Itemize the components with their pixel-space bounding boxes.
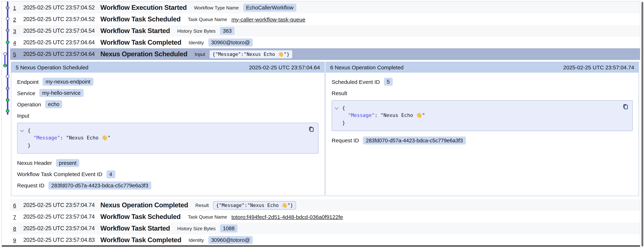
workflow-history-page: 1 2025-02-25 UTC 23:57:04.52 Workflow Ex… [0,0,644,248]
field-value-badge: 283fd070-d57a-4423-bdca-c5c779e6a3f3 [363,137,466,145]
event-id-link[interactable]: 6 [13,202,19,208]
event-row[interactable]: 7 2025-02-25 UTC 23:57:04.74 Workflow Ta… [10,211,640,223]
field-value-badge: 283fd070-d57a-4423-bdca-c5c779e6a3f3 [48,182,151,190]
event-row[interactable]: 2 2025-02-25 UTC 23:57:04.52 Workflow Ta… [10,13,640,25]
event-row-selected[interactable]: 5 2025-02-25 UTC 23:57:04.64 Nexus Opera… [10,48,640,60]
field-value-badge: 4 [106,170,115,178]
event-time: 2025-02-25 UTC 23:57:04.52 [23,4,96,11]
field-label: Request ID [332,137,359,144]
event-name: Workflow Task Scheduled [100,213,180,221]
event-name: Workflow Task Started [100,27,170,35]
json-line: } [20,141,314,149]
timeline-dot-event-5[interactable] [3,52,7,55]
field-value-badge: present [56,159,80,167]
event-attr-label: Identity [188,40,204,45]
event-name: Workflow Execution Started [100,4,187,12]
event-id-link[interactable]: 9 [13,237,19,243]
field-label: Endpoint [17,79,38,85]
event-attr-badge: 30960@totoro@ [208,38,253,46]
event-time: 2025-02-25 UTC 23:57:04.64 [23,51,96,57]
task-queue-link[interactable]: my-caller-workflow-task-queue [232,16,306,22]
event-row[interactable]: 8 2025-02-25 UTC 23:57:04.74 Workflow Ta… [10,223,640,234]
event-name: Workflow Task Completed [100,38,181,46]
event-time: 2025-02-25 UTC 23:57:04.64 [23,39,96,46]
event-name: Workflow Task Completed [100,236,181,244]
detail-card-scheduled: 5 Nexus Operation Scheduled 2025-02-25 U… [11,62,325,196]
event-time: 2025-02-25 UTC 23:57:04.74 [23,214,96,220]
field-value-badge: 5 [384,78,392,86]
event-row[interactable]: 4 2025-02-25 UTC 23:57:04.64 Workflow Ta… [10,37,640,48]
timeline-dot-event-10[interactable] [6,109,9,112]
event-attr-label: History Size Bytes [177,226,216,231]
event-id-link[interactable]: 3 [13,28,19,34]
detail-field: Request ID 283fd070-d57a-4423-bdca-c5c77… [332,137,633,145]
copy-icon [308,126,314,133]
timeline-dot-event-8[interactable] [6,87,9,90]
event-attr-label: Workflow Type Name [194,5,239,10]
detail-field: Operation echo [17,100,318,108]
detail-field: Nexus Header present [17,159,318,167]
vertical-scrollbar-thumb[interactable] [642,2,643,247]
event-row[interactable]: 9 2025-02-25 UTC 23:57:04.83 Workflow Ta… [10,234,640,246]
timeline-dot-event-3[interactable] [6,29,9,32]
input-json-viewer: { "Message": "Nexus Echo 👋" } [17,123,318,154]
json-value: "Nexus Echo 👋" [380,112,425,118]
detail-field: Scheduled Event ID 5 [332,78,633,86]
detail-field: Endpoint ID 3c0c75ccfa8144b092c13ce63246… [17,196,318,196]
timeline-dot-event-4[interactable] [6,41,9,44]
copy-button[interactable] [622,103,629,110]
table-bottom-border [2,246,644,246]
event-time: 2025-02-25 UTC 23:57:04.74 [23,202,96,209]
event-id-link[interactable]: 4 [13,39,19,45]
event-id-link[interactable]: 1 [13,4,19,11]
detail-card-timestamp: 2025-02-25 UTC 23:57:04.64 [249,64,320,70]
event-time: 2025-02-25 UTC 23:57:04.52 [23,16,96,22]
detail-field: Request ID 283fd070-d57a-4423-bdca-c5c77… [17,182,318,190]
event-row[interactable]: 6 2025-02-25 UTC 23:57:04.74 Nexus Opera… [10,199,640,211]
event-name: Workflow Task Started [100,224,170,232]
result-json-viewer: { "Message": "Nexus Echo 👋" } [332,100,633,131]
event-id-link[interactable]: 7 [13,214,19,220]
timeline-dot-event-7[interactable] [6,75,9,78]
timeline-dot-event-2[interactable] [6,17,9,20]
event-row[interactable]: 3 2025-02-25 UTC 23:57:04.54 Workflow Ta… [10,25,640,37]
event-attr-label: Task Queue Name [188,16,227,22]
field-value-badge: my-hello-service [39,89,84,97]
event-id-link[interactable]: 8 [13,225,19,232]
timeline-dot-event-6[interactable] [3,64,7,67]
event-id-link[interactable]: 5 [13,51,19,57]
event-name: Nexus Operation Completed [100,201,188,209]
table-top-border [2,1,640,1]
detail-card-timestamp: 2025-02-25 UTC 23:57:04.74 [563,64,634,70]
result-section-label: Result [332,89,633,97]
event-id-link[interactable]: 2 [13,16,19,22]
json-value: "Nexus Echo 👋" [66,135,110,141]
event-time: 2025-02-25 UTC 23:57:04.83 [23,237,96,243]
event-attr-json-badge: {"Message":"Nexus Echo 👋"} [213,201,296,209]
vertical-scrollbar-track [640,0,644,248]
field-label: Request ID [17,183,44,189]
timeline-dot-event-9[interactable] [6,98,9,101]
event-time: 2025-02-25 UTC 23:57:04.54 [23,27,96,34]
timeline-dot-event-1[interactable] [6,6,9,9]
field-value-badge: my-nexus-endpoint [42,78,93,86]
json-key: "Message" [348,112,374,118]
field-label: Service [17,90,35,96]
event-attr-label: Input [194,51,205,57]
copy-button[interactable] [308,126,314,133]
detail-card-title: 6 Nexus Operation Completed [330,64,404,70]
task-queue-link[interactable]: totoro:f494fecf-2d51-4d48-bdcd-036a0f912… [232,214,343,220]
event-attr-badge: 1088 [220,224,238,232]
detail-card-completed: 6 Nexus Operation Completed 2025-02-25 U… [326,62,639,196]
detail-card-body: Endpoint my-nexus-endpoint Service my-he… [11,73,324,196]
json-line: { [335,104,628,112]
json-line: } [335,119,628,126]
copy-icon [622,103,629,110]
detail-card-body: Scheduled Event ID 5 Result { "Mess [326,73,638,151]
event-attr-json-badge: {"Message":"Nexus Echo 👋"} [210,50,292,58]
field-label: Workflow Task Completed Event ID [17,171,102,177]
json-line: "Message": "Nexus Echo 👋" [20,134,314,142]
event-row[interactable]: 1 2025-02-25 UTC 23:57:04.52 Workflow Ex… [10,2,640,13]
event-name: Workflow Task Scheduled [100,15,180,23]
detail-card-header: 5 Nexus Operation Scheduled 2025-02-25 U… [11,62,324,73]
